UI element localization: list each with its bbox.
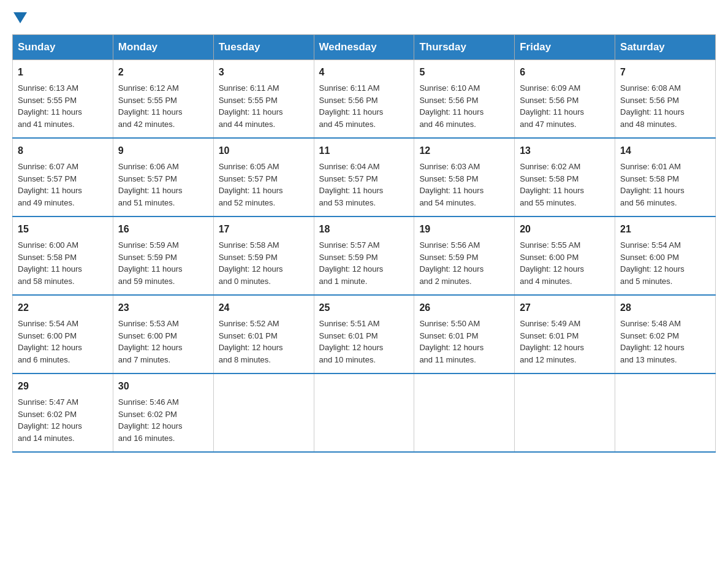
day-of-week-wednesday: Wednesday bbox=[314, 35, 414, 60]
day-info: Sunrise: 5:46 AMSunset: 6:02 PMDaylight:… bbox=[118, 397, 183, 443]
day-number: 12 bbox=[419, 144, 509, 158]
logo bbox=[12, 12, 27, 23]
calendar-week-row: 15 Sunrise: 6:00 AMSunset: 5:58 PMDaylig… bbox=[13, 216, 716, 295]
day-number: 18 bbox=[319, 222, 409, 237]
day-info: Sunrise: 6:07 AMSunset: 5:57 PMDaylight:… bbox=[18, 162, 82, 207]
day-info: Sunrise: 5:48 AMSunset: 6:02 PMDaylight:… bbox=[620, 319, 684, 364]
calendar-cell: 7 Sunrise: 6:08 AMSunset: 5:56 PMDayligh… bbox=[615, 60, 716, 139]
day-info: Sunrise: 6:06 AMSunset: 5:57 PMDaylight:… bbox=[118, 162, 183, 207]
calendar-cell: 1 Sunrise: 6:13 AMSunset: 5:55 PMDayligh… bbox=[13, 60, 113, 139]
calendar-cell: 6 Sunrise: 6:09 AMSunset: 5:56 PMDayligh… bbox=[515, 60, 615, 139]
calendar-cell: 26 Sunrise: 5:50 AMSunset: 6:01 PMDaylig… bbox=[414, 295, 515, 373]
day-info: Sunrise: 6:10 AMSunset: 5:56 PMDaylight:… bbox=[419, 83, 483, 129]
calendar-week-row: 22 Sunrise: 5:54 AMSunset: 6:00 PMDaylig… bbox=[13, 295, 716, 373]
day-number: 20 bbox=[520, 222, 610, 237]
calendar-cell: 19 Sunrise: 5:56 AMSunset: 5:59 PMDaylig… bbox=[414, 216, 515, 295]
day-number: 19 bbox=[419, 222, 509, 237]
day-number: 29 bbox=[18, 379, 108, 394]
day-info: Sunrise: 5:51 AMSunset: 6:01 PMDaylight:… bbox=[319, 319, 384, 364]
day-number: 9 bbox=[118, 144, 208, 158]
day-number: 23 bbox=[118, 301, 208, 315]
day-info: Sunrise: 5:54 AMSunset: 6:00 PMDaylight:… bbox=[620, 240, 684, 286]
day-info: Sunrise: 6:01 AMSunset: 5:58 PMDaylight:… bbox=[620, 162, 684, 207]
day-info: Sunrise: 5:53 AMSunset: 6:00 PMDaylight:… bbox=[118, 319, 183, 364]
calendar-cell: 9 Sunrise: 6:06 AMSunset: 5:57 PMDayligh… bbox=[113, 138, 213, 216]
calendar-cell bbox=[615, 373, 716, 452]
calendar-cell: 2 Sunrise: 6:12 AMSunset: 5:55 PMDayligh… bbox=[113, 60, 213, 139]
day-number: 3 bbox=[219, 65, 309, 80]
day-number: 27 bbox=[520, 301, 610, 315]
day-info: Sunrise: 5:59 AMSunset: 5:59 PMDaylight:… bbox=[118, 240, 183, 286]
day-number: 24 bbox=[219, 301, 309, 315]
day-number: 26 bbox=[419, 301, 509, 315]
day-number: 22 bbox=[18, 301, 108, 315]
day-of-week-friday: Friday bbox=[515, 35, 615, 60]
page-header bbox=[12, 12, 716, 23]
day-number: 8 bbox=[18, 144, 108, 158]
calendar-cell: 29 Sunrise: 5:47 AMSunset: 6:02 PMDaylig… bbox=[13, 373, 113, 452]
day-info: Sunrise: 6:04 AMSunset: 5:57 PMDaylight:… bbox=[319, 162, 384, 207]
calendar-week-row: 8 Sunrise: 6:07 AMSunset: 5:57 PMDayligh… bbox=[13, 138, 716, 216]
day-of-week-thursday: Thursday bbox=[414, 35, 515, 60]
calendar-cell bbox=[213, 373, 314, 452]
calendar-cell: 20 Sunrise: 5:55 AMSunset: 6:00 PMDaylig… bbox=[515, 216, 615, 295]
calendar-header-row: SundayMondayTuesdayWednesdayThursdayFrid… bbox=[13, 35, 716, 60]
svg-marker-0 bbox=[13, 12, 27, 23]
calendar-cell bbox=[314, 373, 414, 452]
day-info: Sunrise: 5:55 AMSunset: 6:00 PMDaylight:… bbox=[520, 240, 584, 286]
calendar-cell: 4 Sunrise: 6:11 AMSunset: 5:56 PMDayligh… bbox=[314, 60, 414, 139]
calendar-cell: 30 Sunrise: 5:46 AMSunset: 6:02 PMDaylig… bbox=[113, 373, 213, 452]
day-number: 21 bbox=[620, 222, 710, 237]
calendar-cell: 13 Sunrise: 6:02 AMSunset: 5:58 PMDaylig… bbox=[515, 138, 615, 216]
calendar-cell: 12 Sunrise: 6:03 AMSunset: 5:58 PMDaylig… bbox=[414, 138, 515, 216]
day-number: 7 bbox=[620, 65, 710, 80]
calendar-cell: 8 Sunrise: 6:07 AMSunset: 5:57 PMDayligh… bbox=[13, 138, 113, 216]
day-of-week-sunday: Sunday bbox=[13, 35, 113, 60]
day-info: Sunrise: 6:11 AMSunset: 5:55 PMDaylight:… bbox=[219, 83, 283, 129]
day-number: 15 bbox=[18, 222, 108, 237]
day-number: 4 bbox=[319, 65, 409, 80]
day-info: Sunrise: 6:00 AMSunset: 5:58 PMDaylight:… bbox=[18, 240, 82, 286]
day-info: Sunrise: 5:58 AMSunset: 5:59 PMDaylight:… bbox=[219, 240, 283, 286]
day-number: 10 bbox=[219, 144, 309, 158]
day-number: 25 bbox=[319, 301, 409, 315]
calendar-table: SundayMondayTuesdayWednesdayThursdayFrid… bbox=[12, 34, 716, 453]
day-info: Sunrise: 6:03 AMSunset: 5:58 PMDaylight:… bbox=[419, 162, 483, 207]
day-info: Sunrise: 5:57 AMSunset: 5:59 PMDaylight:… bbox=[319, 240, 384, 286]
calendar-cell: 22 Sunrise: 5:54 AMSunset: 6:00 PMDaylig… bbox=[13, 295, 113, 373]
logo-triangle-icon bbox=[13, 12, 27, 26]
day-info: Sunrise: 6:11 AMSunset: 5:56 PMDaylight:… bbox=[319, 83, 384, 129]
calendar-cell bbox=[414, 373, 515, 452]
day-info: Sunrise: 6:12 AMSunset: 5:55 PMDaylight:… bbox=[118, 83, 183, 129]
day-number: 5 bbox=[419, 65, 509, 80]
calendar-cell: 28 Sunrise: 5:48 AMSunset: 6:02 PMDaylig… bbox=[615, 295, 716, 373]
calendar-cell: 15 Sunrise: 6:00 AMSunset: 5:58 PMDaylig… bbox=[13, 216, 113, 295]
day-number: 11 bbox=[319, 144, 409, 158]
calendar-cell: 27 Sunrise: 5:49 AMSunset: 6:01 PMDaylig… bbox=[515, 295, 615, 373]
logo-icon bbox=[12, 12, 27, 27]
calendar-cell: 25 Sunrise: 5:51 AMSunset: 6:01 PMDaylig… bbox=[314, 295, 414, 373]
day-info: Sunrise: 5:52 AMSunset: 6:01 PMDaylight:… bbox=[219, 319, 283, 364]
day-info: Sunrise: 5:56 AMSunset: 5:59 PMDaylight:… bbox=[419, 240, 483, 286]
calendar-cell: 10 Sunrise: 6:05 AMSunset: 5:57 PMDaylig… bbox=[213, 138, 314, 216]
day-info: Sunrise: 6:09 AMSunset: 5:56 PMDaylight:… bbox=[520, 83, 584, 129]
calendar-cell: 16 Sunrise: 5:59 AMSunset: 5:59 PMDaylig… bbox=[113, 216, 213, 295]
day-info: Sunrise: 6:05 AMSunset: 5:57 PMDaylight:… bbox=[219, 162, 283, 207]
calendar-week-row: 29 Sunrise: 5:47 AMSunset: 6:02 PMDaylig… bbox=[13, 373, 716, 452]
day-number: 16 bbox=[118, 222, 208, 237]
day-info: Sunrise: 6:13 AMSunset: 5:55 PMDaylight:… bbox=[18, 83, 82, 129]
day-number: 1 bbox=[18, 65, 108, 80]
calendar-cell: 18 Sunrise: 5:57 AMSunset: 5:59 PMDaylig… bbox=[314, 216, 414, 295]
day-number: 14 bbox=[620, 144, 710, 158]
day-info: Sunrise: 6:02 AMSunset: 5:58 PMDaylight:… bbox=[520, 162, 584, 207]
day-number: 2 bbox=[118, 65, 208, 80]
day-of-week-monday: Monday bbox=[113, 35, 213, 60]
day-number: 6 bbox=[520, 65, 610, 80]
calendar-cell: 3 Sunrise: 6:11 AMSunset: 5:55 PMDayligh… bbox=[213, 60, 314, 139]
day-number: 28 bbox=[620, 301, 710, 315]
calendar-cell bbox=[515, 373, 615, 452]
day-of-week-tuesday: Tuesday bbox=[213, 35, 314, 60]
calendar-cell: 17 Sunrise: 5:58 AMSunset: 5:59 PMDaylig… bbox=[213, 216, 314, 295]
calendar-cell: 14 Sunrise: 6:01 AMSunset: 5:58 PMDaylig… bbox=[615, 138, 716, 216]
day-info: Sunrise: 6:08 AMSunset: 5:56 PMDaylight:… bbox=[620, 83, 684, 129]
